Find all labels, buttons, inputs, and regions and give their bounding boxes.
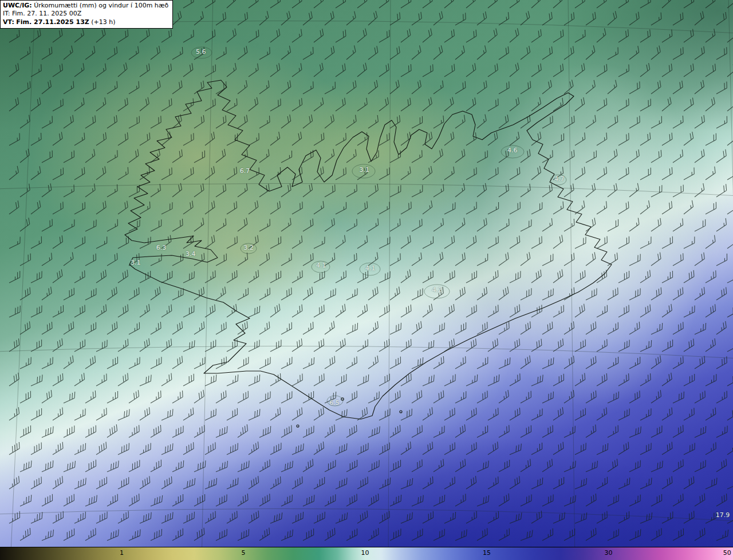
wind-barb [474,254,490,266]
graticule [0,0,733,560]
wind-barb [245,200,261,214]
wind-barb [344,184,360,197]
wind-barb [398,305,414,317]
wind-barb [692,323,708,334]
wind-barb [408,12,424,25]
wind-barb [670,459,686,472]
wind-barb [147,46,163,60]
wind-barb [659,304,674,317]
wind-barb [594,305,610,317]
wind-barb [127,529,143,541]
wind-barb [485,167,501,180]
wind-barb [332,304,348,317]
wind-barb [115,201,130,214]
wind-barb [39,494,55,506]
wind-barb [681,476,697,489]
wind-barb [529,374,545,386]
wind-barb [507,408,523,420]
wind-barb [670,253,686,266]
wind-barb [127,220,143,231]
wind-barb [419,200,435,214]
wind-barb [267,29,282,42]
wind-barb [181,271,197,283]
wind-barb [365,528,381,541]
wind-barb [561,287,577,300]
wind-barb [626,149,641,163]
valid-label: VT: [3,18,14,26]
wind-barb [299,287,315,300]
wind-barb [562,495,578,506]
wind-barb [408,45,423,60]
wind-barb [72,305,88,317]
valid-value: Fim. 27.11.2025 13Z [16,18,89,26]
wind-barb [202,235,217,249]
wind-barb [115,339,131,352]
wind-barb [420,340,436,352]
wind-barb [420,375,436,386]
wind-barb [658,0,673,8]
wind-barb [180,167,196,180]
wind-barb [72,202,88,214]
wind-barb [496,81,512,94]
wind-barb [409,357,425,369]
wind-barb [518,321,533,334]
wind-barb [125,46,141,60]
wind-barb [170,494,186,506]
wind-barb [561,356,577,369]
wind-barb [94,340,110,352]
wind-barb [681,374,697,386]
wind-barb [191,11,206,25]
wind-barb [561,390,576,403]
wind-barb [29,512,45,523]
wind-barb [561,150,577,163]
wind-barb [517,149,533,163]
wind-barb [115,373,131,386]
wind-barb [170,356,185,369]
wind-barb [72,270,88,283]
wind-barb [442,443,458,455]
wind-barb [202,304,218,317]
wind-barb [659,64,674,77]
wind-barb [376,305,392,317]
wind-barb [429,45,444,60]
wind-barb [648,13,664,25]
wind-barb [6,338,22,352]
wind-barb [703,374,719,386]
wind-barb [181,340,197,352]
wind-barb [322,424,337,437]
wind-barb [420,271,436,283]
wind-barb [17,391,33,403]
wind-barb [137,202,153,214]
wind-barb [724,63,733,77]
wind-barb [550,133,566,145]
wind-barb [474,115,489,128]
wind-barb [681,511,697,523]
wind-barb [290,444,306,455]
wind-barb [212,184,228,197]
wind-barb [507,236,522,249]
wind-barb [224,201,239,214]
wind-barb [148,322,164,334]
wind-barb [616,340,632,352]
wind-barb [234,218,250,231]
wind-barb [431,529,447,541]
wind-barb [82,391,98,403]
wind-barb [495,253,511,266]
wind-barb [169,183,184,197]
wind-barb [637,200,652,214]
wind-barb [289,29,304,42]
wind-barb [72,167,88,180]
wind-barb [517,252,533,266]
wind-barb [364,11,379,25]
wind-barb [463,476,479,489]
wind-barb [300,322,316,334]
wind-barb [148,116,164,128]
wind-barb [659,340,675,352]
wind-barb [191,390,206,403]
wind-barb [365,356,380,369]
wind-barb [191,287,206,300]
wind-barb [517,11,531,25]
wind-barb [561,529,577,541]
wind-barb [278,115,293,128]
wind-barb [659,476,675,489]
